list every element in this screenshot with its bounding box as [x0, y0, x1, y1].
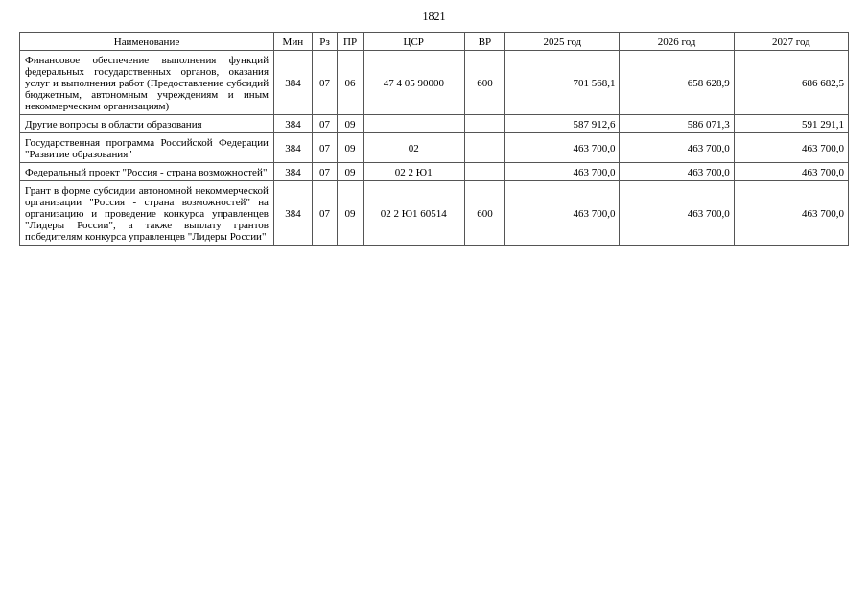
table-row-csr-3: 02 2 Ю1 — [363, 163, 464, 181]
header-pr: ПР — [338, 33, 364, 51]
table-row-csr-1 — [363, 115, 464, 133]
header-rz: Рз — [312, 33, 338, 51]
table-row-y2026-2: 463 700,0 — [620, 133, 734, 163]
page-number: 1821 — [19, 10, 849, 24]
table-row-csr-0: 47 4 05 90000 — [363, 51, 464, 115]
table-row-y2026-3: 463 700,0 — [620, 163, 734, 181]
table-row-y2025-0: 701 568,1 — [505, 51, 620, 115]
table-row-csr-2: 02 — [363, 133, 464, 163]
table-row-name-2: Государственная программа Российской Фед… — [20, 133, 274, 163]
header-min: Мин — [274, 33, 313, 51]
table-row-y2027-3: 463 700,0 — [734, 163, 848, 181]
table-row-vr-2 — [464, 133, 504, 163]
table-row-name-4: Грант в форме субсидии автономной некомм… — [20, 181, 274, 246]
table-row-vr-3 — [464, 163, 504, 181]
table-row-y2027-0: 686 682,5 — [734, 51, 848, 115]
table-row-y2026-1: 586 071,3 — [620, 115, 734, 133]
table-row-pr-4: 09 — [338, 181, 364, 246]
table-row-rz-1: 07 — [312, 115, 338, 133]
table-row-y2025-2: 463 700,0 — [505, 133, 620, 163]
table-row-vr-0: 600 — [464, 51, 504, 115]
table-row-y2026-4: 463 700,0 — [620, 181, 734, 246]
table-row-rz-4: 07 — [312, 181, 338, 246]
table-row-rz-0: 07 — [312, 51, 338, 115]
table-row-min-0: 384 — [274, 51, 313, 115]
header-2027: 2027 год — [734, 33, 848, 51]
table-row-name-3: Федеральный проект "Россия - страна возм… — [20, 163, 274, 181]
table-row-y2027-4: 463 700,0 — [734, 181, 848, 246]
table-row-rz-3: 07 — [312, 163, 338, 181]
table-row-rz-2: 07 — [312, 133, 338, 163]
budget-table: Наименование Мин Рз ПР ЦСР ВР 2025 год 2… — [19, 32, 849, 246]
table-row-y2027-2: 463 700,0 — [734, 133, 848, 163]
table-row-min-4: 384 — [274, 181, 313, 246]
table-row-min-3: 384 — [274, 163, 313, 181]
table-row-name-1: Другие вопросы в области образования — [20, 115, 274, 133]
table-row-y2027-1: 591 291,1 — [734, 115, 848, 133]
table-row-vr-4: 600 — [464, 181, 504, 246]
table-row-y2025-1: 587 912,6 — [505, 115, 620, 133]
header-name: Наименование — [20, 33, 274, 51]
header-2026: 2026 год — [620, 33, 734, 51]
table-row-pr-3: 09 — [338, 163, 364, 181]
table-row-vr-1 — [464, 115, 504, 133]
table-row-pr-1: 09 — [338, 115, 364, 133]
table-row-min-1: 384 — [274, 115, 313, 133]
header-vr: ВР — [464, 33, 504, 51]
table-row-y2026-0: 658 628,9 — [620, 51, 734, 115]
table-row-min-2: 384 — [274, 133, 313, 163]
header-csr: ЦСР — [363, 33, 464, 51]
header-2025: 2025 год — [505, 33, 620, 51]
table-row-y2025-3: 463 700,0 — [505, 163, 620, 181]
table-row-y2025-4: 463 700,0 — [505, 181, 620, 246]
table-row-pr-2: 09 — [338, 133, 364, 163]
table-row-pr-0: 06 — [338, 51, 364, 115]
table-row-csr-4: 02 2 Ю1 60514 — [363, 181, 464, 246]
table-row-name-0: Финансовое обеспечение выполнения функци… — [20, 51, 274, 115]
